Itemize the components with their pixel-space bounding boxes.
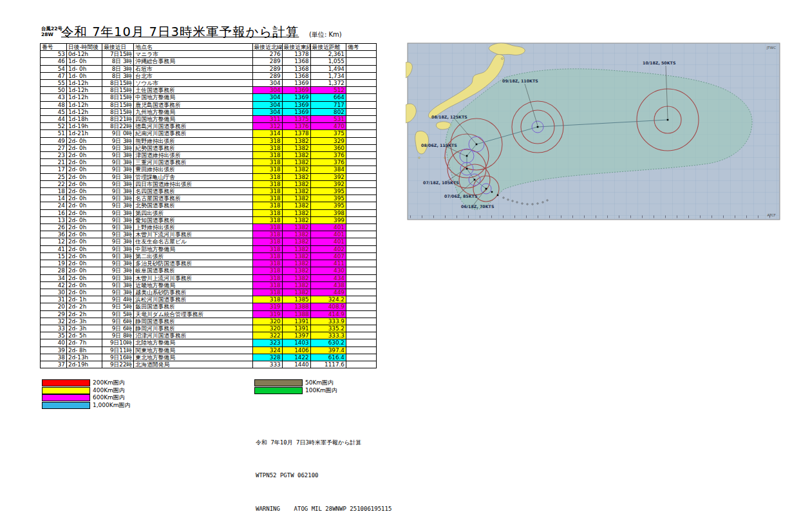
cell-relative-time[interactable]: 2d- 0h (66, 144, 102, 151)
cell-distance[interactable]: 360 (310, 144, 346, 151)
cell-relative-time[interactable]: 2d- 0h (66, 180, 102, 187)
cell-distance[interactable]: 335.2 (310, 325, 346, 332)
cell-distance[interactable]: 512 (310, 87, 346, 94)
cell-remarks[interactable] (346, 65, 376, 72)
cell-longitude[interactable]: 1369 (282, 94, 310, 101)
col-header-number[interactable]: 番号 (41, 44, 67, 51)
cell-location[interactable]: 上野維持出張所 (134, 224, 252, 231)
cell-remarks[interactable] (346, 296, 376, 303)
cell-distance[interactable]: 333.3 (310, 332, 346, 339)
cell-distance[interactable]: 1,372 (310, 80, 346, 87)
cell-approach-date[interactable]: 8日 3時 (102, 72, 134, 79)
cell-number[interactable]: 40 (41, 339, 67, 347)
cell-relative-time[interactable]: 1d-12h (66, 108, 102, 115)
cell-distance[interactable]: 398 (310, 209, 346, 216)
cell-relative-time[interactable]: 2d- 0h (66, 159, 102, 166)
cell-approach-date[interactable]: 9日 3時 (102, 137, 134, 144)
cell-number[interactable]: 23 (41, 152, 67, 159)
cell-latitude[interactable]: 304 (252, 94, 282, 101)
cell-longitude[interactable]: 1388 (282, 310, 310, 318)
cell-number[interactable]: 25 (41, 173, 67, 180)
cell-longitude[interactable]: 1382 (282, 289, 310, 296)
cell-longitude[interactable]: 1382 (282, 224, 310, 231)
cell-remarks[interactable] (346, 354, 376, 361)
cell-number[interactable]: 33 (41, 325, 67, 332)
cell-relative-time[interactable]: 1d-12h (66, 87, 102, 94)
cell-relative-time[interactable]: 2d- 0h (66, 252, 102, 260)
cell-distance[interactable]: 470 (310, 123, 346, 130)
cell-latitude[interactable]: 318 (252, 260, 282, 267)
cell-latitude[interactable]: 318 (252, 296, 282, 303)
cell-approach-date[interactable]: 8日22時 (102, 123, 134, 130)
cell-longitude[interactable]: 1382 (282, 166, 310, 173)
cell-relative-time[interactable]: 1d-12h (66, 94, 102, 101)
cell-latitude[interactable]: 318 (252, 137, 282, 144)
cell-approach-date[interactable]: 8日15時 (102, 87, 134, 94)
cell-relative-time[interactable]: 2d- 0h (66, 224, 102, 231)
cell-number[interactable]: 37 (41, 361, 67, 368)
cell-approach-date[interactable]: 9日 3時 (102, 152, 134, 159)
cell-number[interactable]: 24 (41, 202, 67, 209)
cell-location[interactable]: 岐阜国道事務所 (134, 267, 252, 274)
cell-location[interactable]: 多治見砂防国道事務所 (134, 260, 252, 267)
cell-number[interactable]: 22 (41, 180, 67, 187)
cell-number[interactable]: 52 (41, 123, 67, 130)
cell-latitude[interactable]: 318 (252, 281, 282, 289)
cell-approach-date[interactable]: 9日 3時 (102, 289, 134, 296)
cell-approach-date[interactable]: 9日10時 (102, 339, 134, 347)
cell-approach-date[interactable]: 9日 3時 (102, 267, 134, 274)
col-header-approach-date[interactable]: 最接近日 (102, 44, 134, 51)
cell-longitude[interactable]: 1397 (282, 332, 310, 339)
cell-latitude[interactable]: 318 (252, 231, 282, 238)
cell-number[interactable]: 42 (41, 281, 67, 289)
cell-distance[interactable]: 1,734 (310, 72, 346, 79)
cell-distance[interactable]: 1,494 (310, 65, 346, 72)
cell-remarks[interactable] (346, 202, 376, 209)
cell-longitude[interactable]: 1382 (282, 144, 310, 151)
cell-approach-date[interactable]: 9日 3時 (102, 209, 134, 216)
cell-relative-time[interactable]: 2d- 0h (66, 202, 102, 209)
cell-approach-date[interactable]: 8日15時 (102, 94, 134, 101)
cell-latitude[interactable]: 318 (252, 202, 282, 209)
cell-remarks[interactable] (346, 216, 376, 223)
cell-distance[interactable]: 395 (310, 195, 346, 202)
cell-distance[interactable]: 616.4 (310, 354, 346, 361)
cell-relative-time[interactable]: 2d- 0h (66, 188, 102, 195)
cell-location[interactable]: 愛知国道事務所 (134, 216, 252, 223)
cell-location[interactable]: 津国道維持出張所 (134, 152, 252, 159)
cell-distance[interactable]: 397.4 (310, 347, 346, 354)
cell-latitude[interactable]: 319 (252, 303, 282, 310)
cell-location[interactable]: 沖縄総合事務局 (134, 58, 252, 65)
cell-location[interactable]: 三重河川国道事務所 (134, 159, 252, 166)
cell-distance[interactable]: 449 (310, 289, 346, 296)
cell-remarks[interactable] (346, 137, 376, 144)
cell-location[interactable]: 中国地方整備局 (134, 94, 252, 101)
cell-number[interactable]: 34 (41, 274, 67, 281)
cell-distance[interactable]: 430 (310, 267, 346, 274)
cell-location[interactable]: 四日市国道維持出張所 (134, 180, 252, 187)
cell-distance[interactable]: 395 (310, 202, 346, 209)
cell-longitude[interactable]: 1406 (282, 347, 310, 354)
cell-longitude[interactable]: 1388 (282, 303, 310, 310)
cell-latitude[interactable]: 324 (252, 347, 282, 354)
cell-remarks[interactable] (346, 209, 376, 216)
cell-remarks[interactable] (346, 159, 376, 166)
cell-latitude[interactable]: 318 (252, 224, 282, 231)
cell-longitude[interactable]: 1382 (282, 216, 310, 223)
cell-remarks[interactable] (346, 339, 376, 347)
cell-relative-time[interactable]: 1d- 0h (66, 72, 102, 79)
cell-location[interactable]: 木曽川下流河川事務所 (134, 231, 252, 238)
cell-location[interactable]: 北海道開発局 (134, 361, 252, 368)
cell-latitude[interactable]: 328 (252, 354, 282, 361)
cell-approach-date[interactable]: 9日 3時 (102, 216, 134, 223)
cell-number[interactable]: 18 (41, 188, 67, 195)
cell-longitude[interactable]: 1382 (282, 137, 310, 144)
cell-remarks[interactable] (346, 224, 376, 231)
cell-distance[interactable]: 384 (310, 166, 346, 173)
cell-latitude[interactable]: 276 (252, 51, 282, 58)
cell-location[interactable]: 静岡河川事務所 (134, 325, 252, 332)
cell-distance[interactable]: 402 (310, 245, 346, 252)
cell-remarks[interactable] (346, 130, 376, 137)
cell-latitude[interactable]: 322 (252, 332, 282, 339)
cell-relative-time[interactable]: 1d-21h (66, 130, 102, 137)
